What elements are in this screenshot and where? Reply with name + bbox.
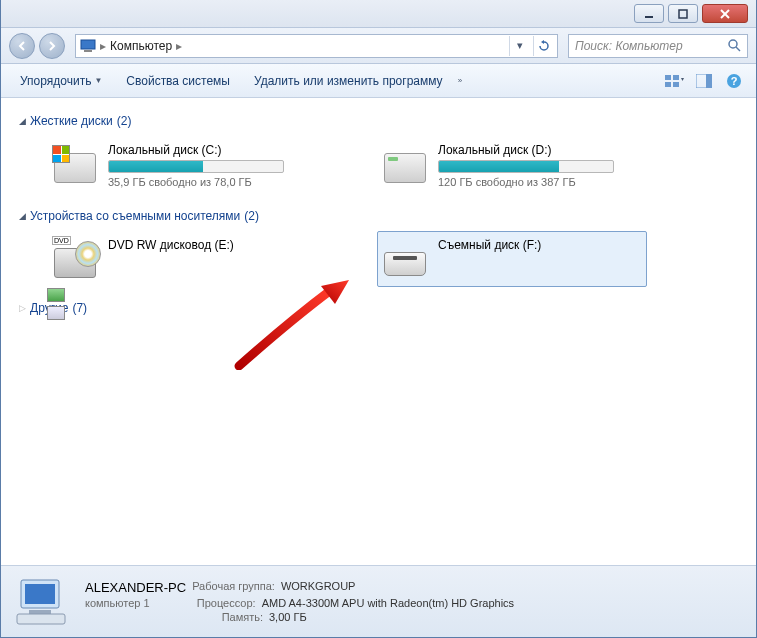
expand-icon: ▷ — [19, 303, 26, 313]
status-domain: компьютер 1 — [85, 597, 150, 609]
hdd-icon — [384, 143, 426, 185]
status-memory: 3,00 ГБ — [269, 611, 307, 623]
annotation-arrow — [231, 280, 351, 370]
search-input[interactable]: Поиск: Компьютер — [568, 34, 748, 58]
svg-rect-19 — [17, 614, 65, 624]
svg-rect-17 — [25, 584, 55, 604]
svg-rect-5 — [84, 50, 92, 52]
forward-button[interactable] — [39, 33, 65, 59]
preview-pane-button[interactable] — [692, 69, 716, 93]
status-cpu: AMD A4-3300M APU with Radeon(tm) HD Grap… — [262, 597, 514, 609]
explorer-window: ▸ Компьютер ▸ ▾ Поиск: Компьютер Упорядо… — [0, 0, 757, 638]
search-icon — [728, 39, 741, 52]
overlay-icons — [47, 288, 65, 320]
toolbar: Упорядочить▼ Свойства системы Удалить ил… — [1, 64, 756, 98]
collapse-icon: ◢ — [19, 116, 26, 126]
titlebar — [1, 0, 756, 28]
minimize-button[interactable] — [634, 4, 664, 23]
breadcrumb-separator: ▸ — [176, 39, 182, 53]
hdd-os-icon — [54, 143, 96, 185]
svg-text:?: ? — [731, 75, 738, 87]
search-placeholder: Поиск: Компьютер — [575, 39, 683, 53]
status-computer-name: ALEXANDER-PC — [85, 580, 186, 595]
computer-large-icon — [15, 574, 71, 630]
svg-point-6 — [729, 40, 737, 48]
drive-label: DVD RW дисковод (E:) — [108, 238, 310, 252]
svg-rect-1 — [679, 10, 687, 18]
back-button[interactable] — [9, 33, 35, 59]
svg-line-7 — [736, 47, 740, 51]
organize-button[interactable]: Упорядочить▼ — [11, 69, 111, 93]
toolbar-overflow-icon[interactable]: » — [458, 76, 462, 85]
view-mode-button[interactable] — [662, 69, 686, 93]
svg-rect-4 — [81, 40, 95, 49]
drive-dvd-e[interactable]: DVD DVD RW дисковод (E:) — [47, 231, 317, 287]
svg-rect-10 — [665, 82, 671, 87]
content-area: ◢ Жесткие диски (2) Локальный диск (C:) … — [1, 98, 756, 565]
group-removable[interactable]: ◢ Устройства со съемными носителями (2) — [19, 209, 738, 223]
svg-rect-9 — [673, 75, 679, 80]
maximize-button[interactable] — [668, 4, 698, 23]
drive-c[interactable]: Локальный диск (C:) 35,9 ГБ свободно из … — [47, 136, 317, 195]
refresh-icon[interactable] — [533, 36, 553, 56]
help-button[interactable]: ? — [722, 69, 746, 93]
svg-rect-18 — [29, 610, 51, 614]
breadcrumb-location[interactable]: Компьютер — [110, 39, 172, 53]
computer-icon — [80, 39, 96, 53]
drive-label: Локальный диск (D:) — [438, 143, 640, 157]
drive-removable-f[interactable]: Съемный диск (F:) — [377, 231, 647, 287]
breadcrumb-separator: ▸ — [100, 39, 106, 53]
collapse-icon: ◢ — [19, 211, 26, 221]
system-properties-button[interactable]: Свойства системы — [117, 69, 239, 93]
dvd-drive-icon: DVD — [54, 238, 96, 280]
uninstall-program-button[interactable]: Удалить или изменить программу — [245, 69, 452, 93]
navbar: ▸ Компьютер ▸ ▾ Поиск: Компьютер — [1, 28, 756, 64]
chevron-down-icon: ▼ — [94, 76, 102, 85]
drive-d[interactable]: Локальный диск (D:) 120 ГБ свободно из 3… — [377, 136, 647, 195]
drive-stat: 35,9 ГБ свободно из 78,0 ГБ — [108, 176, 310, 188]
drive-label: Локальный диск (C:) — [108, 143, 310, 157]
group-other[interactable]: ▷ Другие (7) — [19, 301, 738, 315]
drive-label: Съемный диск (F:) — [438, 238, 640, 252]
details-pane: ALEXANDER-PC Рабочая группа: WORKGROUP к… — [1, 565, 756, 637]
status-workgroup: WORKGROUP — [281, 580, 356, 595]
history-dropdown-icon[interactable]: ▾ — [509, 36, 529, 56]
removable-drive-icon — [384, 238, 426, 280]
svg-rect-11 — [673, 82, 679, 87]
svg-rect-13 — [706, 74, 712, 88]
drive-stat: 120 ГБ свободно из 387 ГБ — [438, 176, 640, 188]
capacity-bar — [108, 160, 284, 173]
address-bar[interactable]: ▸ Компьютер ▸ ▾ — [75, 34, 558, 58]
close-button[interactable] — [702, 4, 748, 23]
svg-rect-8 — [665, 75, 671, 80]
capacity-bar — [438, 160, 614, 173]
group-hard-drives[interactable]: ◢ Жесткие диски (2) — [19, 114, 738, 128]
